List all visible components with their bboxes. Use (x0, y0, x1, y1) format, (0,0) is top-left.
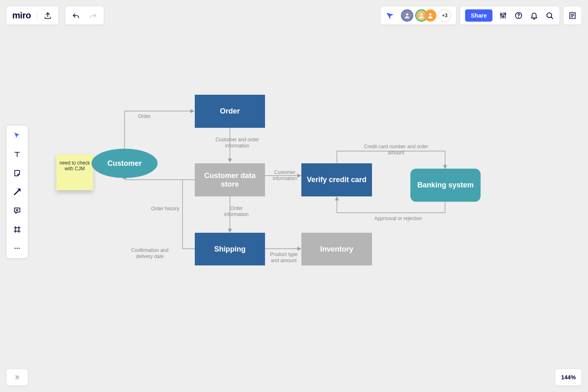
node-label: Banking system (417, 181, 474, 189)
node-shipping[interactable]: Shipping (195, 233, 265, 265)
edge-label-approval: Approuval or rejection (372, 216, 425, 222)
node-label: Inventory (320, 245, 353, 254)
node-banking-system[interactable]: Banking system (410, 169, 481, 202)
node-order[interactable]: Order (195, 95, 265, 128)
node-label: Customer data store (195, 172, 265, 189)
node-label: Customer (107, 159, 142, 168)
node-customer-data-store[interactable]: Customer data store (195, 163, 265, 196)
node-label: Shipping (214, 245, 246, 254)
edge-label-cust-info: Customer information (270, 169, 300, 182)
edge-label-confirmation: Confirmation and delivery date (127, 247, 172, 260)
edge-label-cust-order-info: Customer and order information (211, 137, 264, 149)
node-verify-credit-card[interactable]: Verify credit card (301, 163, 372, 196)
edge-label-order: Order (138, 114, 151, 120)
canvas[interactable]: need to check with CJM Customer Order Cu… (0, 0, 588, 392)
edge-label-credit-card: Credit card number and order amount (355, 144, 437, 156)
node-inventory[interactable]: Inventory (301, 233, 372, 265)
connectors (0, 0, 588, 392)
sticky-note-text: need to check with CJM (60, 160, 90, 172)
edge-label-order-info: Order information (218, 205, 255, 218)
edge-label-order-history: Order history (151, 206, 179, 212)
node-customer[interactable]: Customer (91, 149, 158, 178)
sticky-note[interactable]: need to check with CJM (56, 154, 93, 190)
node-label: Order (220, 107, 240, 116)
node-label: Verify credit card (307, 176, 366, 184)
edge-label-product-type: Product type and amount (267, 252, 300, 264)
